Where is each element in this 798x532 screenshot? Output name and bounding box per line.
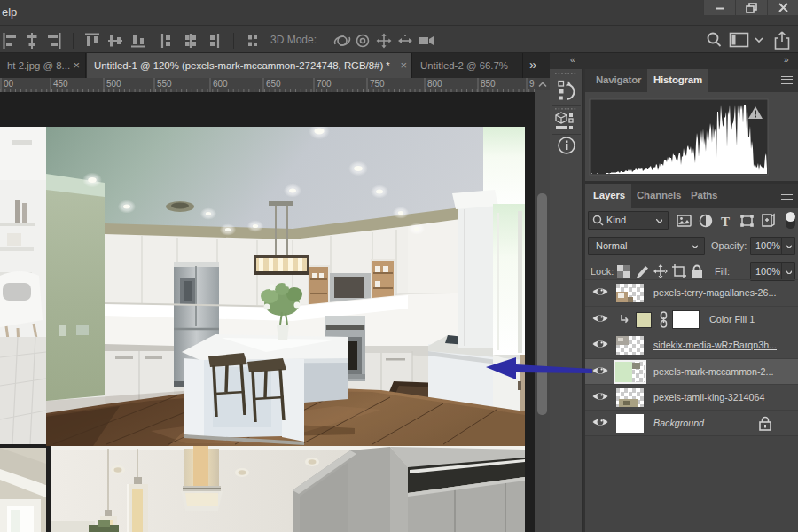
svg-text:850: 850 (481, 79, 496, 89)
svg-text:500: 500 (106, 79, 121, 89)
svg-text:550: 550 (157, 79, 172, 89)
svg-text:T: T (721, 215, 730, 229)
svg-text:600: 600 (213, 79, 228, 89)
svg-text:700: 700 (317, 79, 332, 89)
svg-text:800: 800 (427, 79, 442, 89)
svg-text:750: 750 (370, 79, 385, 89)
svg-text:450: 450 (53, 79, 68, 89)
svg-text:00: 00 (4, 79, 14, 89)
svg-text:650: 650 (266, 79, 281, 89)
